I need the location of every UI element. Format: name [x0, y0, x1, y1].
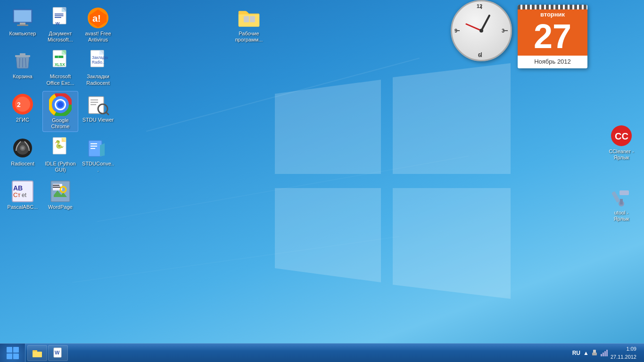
icon-stdu-viewer[interactable]: STDU Viewer	[80, 91, 116, 132]
svg-rect-88	[7, 347, 12, 353]
icon-stdu-conv[interactable]: STDUConve...	[80, 135, 116, 175]
svg-point-87	[479, 29, 483, 33]
icon-rabochie[interactable]: Рабочиепрограмм...	[231, 5, 267, 45]
svg-rect-25	[58, 58, 63, 61]
svg-line-18	[25, 58, 26, 67]
taskbar: W RU ▲ 1:09 27.11.2012	[0, 343, 644, 362]
svg-text:AB: AB	[13, 184, 23, 192]
icon-radiocent[interactable]: Radiocent	[5, 135, 41, 175]
svg-rect-24	[55, 58, 58, 61]
svg-rect-47	[91, 104, 96, 105]
svg-rect-100	[604, 351, 606, 356]
start-button[interactable]	[0, 344, 25, 362]
svg-rect-8	[55, 15, 63, 16]
svg-rect-99	[603, 353, 604, 356]
svg-rect-93	[33, 352, 42, 357]
clock-face: 12 3 6 9	[451, 0, 512, 61]
icon-pascal[interactable]: AB Cт et PascalABC...	[5, 178, 41, 212]
svg-rect-74	[619, 190, 629, 195]
svg-rect-97	[592, 353, 597, 355]
taskbar-date: 27.11.2012	[611, 353, 636, 361]
svg-line-86	[466, 24, 481, 31]
svg-text:🐍: 🐍	[54, 140, 64, 149]
svg-text:Cт: Cт	[13, 191, 20, 198]
svg-rect-73	[611, 191, 620, 203]
taskbar-explorer[interactable]	[27, 345, 47, 361]
svg-rect-58	[91, 146, 97, 147]
svg-point-41	[58, 102, 63, 107]
icon-document[interactable]: W ДокументMicrosoft...	[42, 5, 78, 45]
svg-text:XLSX: XLSX	[55, 62, 65, 67]
svg-rect-2	[20, 23, 25, 25]
svg-text:a!: a!	[92, 13, 101, 24]
tray-network-icon	[600, 349, 608, 357]
svg-text:W: W	[55, 350, 60, 355]
svg-rect-3	[17, 25, 28, 26]
system-tray: RU ▲ 1:09 27.11.2012	[569, 344, 644, 362]
icon-ccleaner[interactable]: CC CCleaner -Ярлык	[603, 123, 639, 163]
svg-rect-15	[20, 53, 25, 56]
svg-rect-69	[244, 16, 249, 22]
svg-text:et: et	[22, 192, 27, 198]
icon-2gis[interactable]: 2 2ГИС	[5, 91, 41, 132]
icon-avast[interactable]: a! avast! FreeAntivirus	[80, 5, 116, 45]
svg-text:W: W	[56, 21, 60, 26]
svg-rect-1	[14, 10, 31, 22]
desktop: Компьютер W ДокументMicrosoft...	[0, 0, 644, 343]
icon-idle-python[interactable]: 🐍 IDLE (PythonGUI)	[42, 135, 78, 175]
calendar-day-number: 27	[518, 19, 587, 56]
desktop-icons-left: Компьютер W ДокументMicrosoft...	[5, 5, 116, 215]
svg-line-44	[106, 112, 108, 115]
svg-line-85	[481, 16, 489, 31]
svg-line-16	[19, 58, 20, 67]
svg-rect-45	[91, 99, 98, 100]
svg-rect-46	[91, 102, 98, 103]
svg-text:CC: CC	[615, 131, 628, 141]
icon-computer[interactable]: Компьютер	[5, 5, 41, 45]
svg-rect-90	[7, 354, 12, 359]
calendar-strip	[518, 5, 587, 9]
icon-utool[interactable]: utool -Ярлык	[603, 184, 639, 224]
svg-rect-76	[620, 199, 623, 205]
svg-text:Radio...: Radio...	[92, 60, 106, 65]
svg-rect-22	[55, 56, 58, 58]
tray-icons: ▲	[583, 349, 608, 357]
svg-rect-66	[53, 185, 59, 186]
calendar-month-year: Ноябрь 2012	[518, 56, 587, 68]
taskbar-items: W	[25, 344, 569, 362]
svg-rect-70	[250, 16, 255, 22]
svg-rect-23	[58, 56, 63, 58]
icon-wordpage[interactable]: WordPage	[42, 178, 78, 212]
icon-bookmarks[interactable]: Закладки Radio... ЗакладкиRadiocent	[80, 48, 116, 88]
tray-usb-icon	[591, 349, 598, 357]
svg-rect-67	[53, 187, 60, 188]
taskbar-word[interactable]: W	[48, 345, 68, 361]
svg-text:6: 6	[478, 52, 481, 58]
svg-rect-9	[55, 17, 61, 18]
taskbar-clock[interactable]: 1:09 27.11.2012	[611, 345, 640, 361]
svg-rect-59	[91, 148, 95, 149]
svg-rect-89	[13, 347, 19, 353]
tray-language[interactable]: RU	[572, 350, 580, 356]
svg-rect-101	[606, 350, 608, 356]
icon-excel[interactable]: XLSX MicrosoftOffice Exc...	[42, 48, 78, 88]
svg-rect-7	[55, 14, 63, 15]
tray-arrow-icon[interactable]: ▲	[583, 350, 589, 356]
icon-recycle[interactable]: Корзина	[5, 48, 41, 88]
svg-point-51	[21, 147, 24, 149]
icon-chrome[interactable]: GoogleChrome	[42, 91, 78, 132]
clock-widget: 12 3 6 9	[451, 0, 512, 61]
svg-rect-57	[91, 143, 97, 144]
svg-rect-91	[13, 354, 19, 359]
svg-text:2: 2	[17, 101, 21, 108]
taskbar-time: 1:09	[611, 345, 636, 353]
svg-rect-98	[601, 354, 602, 356]
calendar-widget: вторник 27 Ноябрь 2012	[518, 5, 587, 68]
